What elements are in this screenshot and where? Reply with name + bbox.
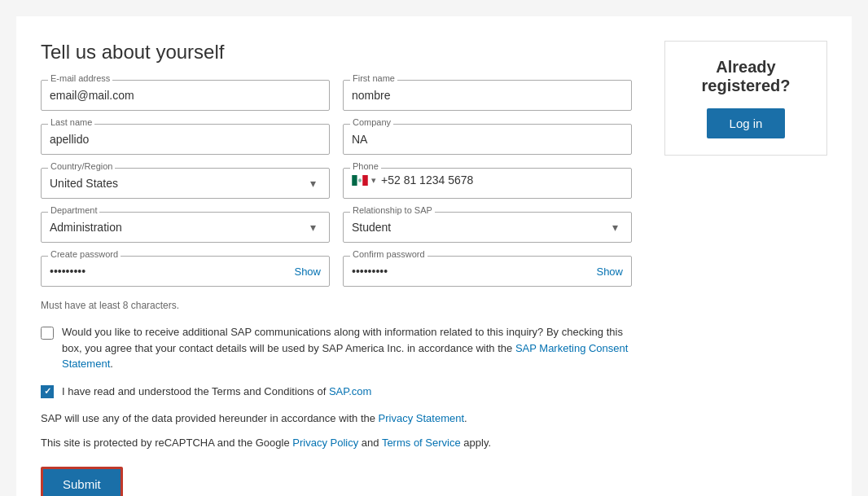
create-password-input[interactable]	[50, 261, 294, 281]
phone-field-group: Phone ▾	[343, 168, 632, 199]
show-confirm-password-button[interactable]: Show	[596, 266, 623, 278]
phone-label: Phone	[350, 161, 381, 171]
phone-input[interactable]	[381, 173, 623, 187]
confirm-password-input[interactable]	[352, 261, 596, 281]
terms-text: I have read and understood the Terms and…	[62, 384, 371, 400]
already-registered-title: Already registered?	[682, 58, 810, 95]
country-label: Country/Region	[48, 161, 115, 171]
create-password-field-group: Create password Show	[41, 256, 330, 287]
communications-text: Would you like to receive additional SAP…	[62, 324, 632, 372]
company-field-group: Company	[343, 124, 632, 155]
lastname-label: Last name	[48, 117, 94, 127]
department-select[interactable]: Administration IT Sales Finance	[50, 217, 321, 237]
relationship-label: Relationship to SAP	[350, 205, 435, 215]
relationship-field-group: Relationship to SAP Student Employee Par…	[343, 212, 632, 243]
department-field-group: Department Administration IT Sales Finan…	[41, 212, 330, 243]
lastname-field-group: Last name	[41, 124, 330, 155]
email-label: E-mail address	[48, 73, 112, 83]
communications-checkbox-row: Would you like to receive additional SAP…	[41, 324, 632, 372]
terms-checkbox[interactable]	[41, 385, 54, 398]
svg-point-3	[358, 178, 362, 182]
department-label: Department	[48, 205, 99, 215]
communications-checkbox[interactable]	[41, 327, 54, 340]
recaptcha-row: This site is protected by reCAPTCHA and …	[41, 435, 632, 451]
confirm-password-field-group: Confirm password Show	[343, 256, 632, 287]
flag-chevron-icon: ▾	[371, 175, 376, 186]
sap-terms-link[interactable]: SAP.com	[329, 385, 372, 397]
password-hint: Must have at least 8 characters.	[41, 300, 632, 311]
google-privacy-policy-link[interactable]: Privacy Policy	[292, 437, 358, 449]
company-input[interactable]	[352, 129, 623, 149]
svg-rect-0	[352, 175, 357, 186]
confirm-password-label: Confirm password	[350, 249, 427, 259]
terms-checkbox-row: I have read and understood the Terms and…	[41, 384, 632, 400]
privacy-statement-row: SAP will use any of the data provided he…	[41, 410, 632, 427]
country-select[interactable]: United States Mexico Canada	[50, 173, 321, 193]
privacy-statement-link[interactable]: Privacy Statement	[379, 412, 465, 424]
relationship-select[interactable]: Student Employee Partner Customer	[352, 217, 623, 237]
sap-marketing-consent-link[interactable]: SAP Marketing Consent Statement	[62, 342, 628, 371]
firstname-input[interactable]	[352, 86, 623, 105]
country-field-group: Country/Region United States Mexico Cana…	[41, 168, 330, 199]
show-password-button[interactable]: Show	[294, 266, 321, 278]
google-terms-link[interactable]: Terms of Service	[382, 437, 461, 449]
phone-flag-selector[interactable]: ▾	[352, 175, 376, 186]
submit-button[interactable]: Submit	[41, 467, 123, 496]
svg-rect-2	[362, 175, 368, 186]
email-input[interactable]	[50, 86, 321, 105]
page-title: Tell us about yourself	[41, 41, 632, 64]
lastname-input[interactable]	[50, 129, 321, 149]
create-password-label: Create password	[48, 249, 121, 259]
login-sidebar: Already registered? Log in	[664, 41, 827, 156]
company-label: Company	[350, 117, 393, 127]
firstname-label: First name	[350, 73, 397, 83]
mexico-flag-icon	[352, 175, 368, 186]
login-button[interactable]: Log in	[707, 108, 786, 138]
email-field-group: E-mail address	[41, 80, 330, 111]
firstname-field-group: First name	[343, 80, 632, 111]
